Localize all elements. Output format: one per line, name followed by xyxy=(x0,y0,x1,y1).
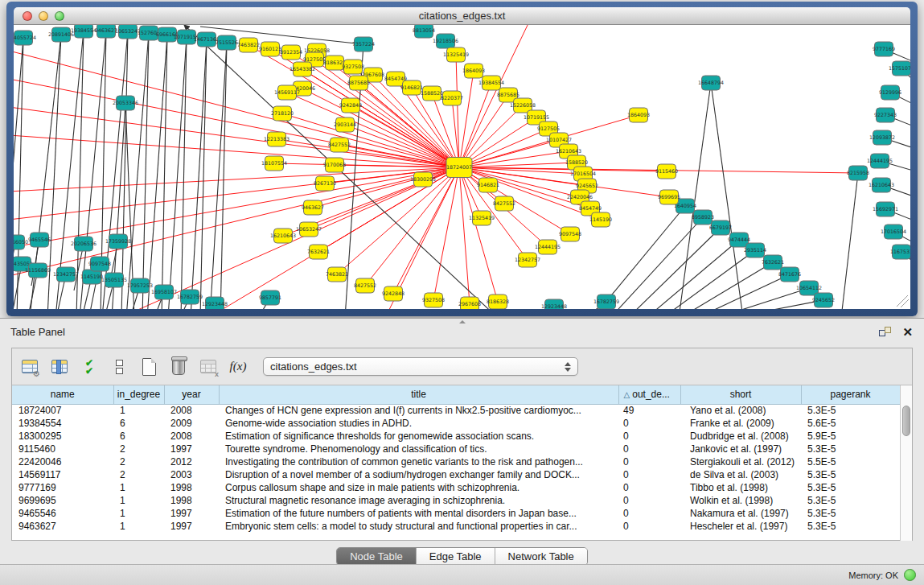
graph-node[interactable]: 1588520 xyxy=(421,86,443,101)
graph-node[interactable]: 9227343 xyxy=(874,108,897,122)
graph-node[interactable]: 12213383 xyxy=(264,132,290,146)
table-row[interactable]: 977716911998Corpus callosum shape and si… xyxy=(12,481,900,494)
graph-node[interactable]: 12923448 xyxy=(541,299,567,309)
graph-node[interactable]: 16782759 xyxy=(593,295,619,309)
scrollbar-thumb[interactable] xyxy=(902,406,910,436)
graph-node[interactable]: 8958923 xyxy=(692,210,714,225)
graph-node[interactable]: 9242848 xyxy=(339,98,362,113)
column-header[interactable]: year xyxy=(164,385,219,404)
table-source-dropdown[interactable]: citations_edges.txt xyxy=(263,357,578,376)
graph-node[interactable]: 1864093 xyxy=(462,64,485,78)
graph-node[interactable]: 2903144 xyxy=(334,117,356,132)
graph-node[interactable]: 2718120 xyxy=(271,106,294,121)
memory-ok-indicator[interactable] xyxy=(904,569,916,581)
graph-node[interactable]: 12342757 xyxy=(53,267,79,282)
graph-node[interactable]: 9097548 xyxy=(88,257,111,271)
tab-edge-table[interactable]: Edge Table xyxy=(416,548,495,565)
graph-node[interactable]: 9097548 xyxy=(559,227,581,241)
graph-node[interactable]: 11325419 xyxy=(469,211,495,225)
graph-node[interactable]: 15751074 xyxy=(889,61,910,76)
table-scrollbar[interactable] xyxy=(900,385,912,541)
graph-node[interactable]: 9146821 xyxy=(477,178,499,192)
graph-node[interactable]: 7632621 xyxy=(307,245,330,259)
tab-node-table[interactable]: Node Table xyxy=(337,548,416,565)
graph-node[interactable]: 18724007 xyxy=(446,158,472,178)
table-settings-button[interactable]: ⚙ xyxy=(20,357,39,377)
graph-node[interactable]: 1167533 xyxy=(890,245,910,259)
graph-node[interactable]: 8471676 xyxy=(778,267,801,282)
graph-node[interactable]: 8267130 xyxy=(314,176,336,191)
graph-node[interactable]: 1145190 xyxy=(589,212,612,227)
close-panel-icon[interactable]: ✕ xyxy=(902,326,913,338)
graph-node[interactable]: 9699695 xyxy=(658,190,680,204)
graph-node[interactable]: 20206536 xyxy=(71,237,97,251)
network-canvas[interactable]: 1405572420891406193845549463627106532471… xyxy=(14,25,910,309)
graph-node[interactable]: 8427552 xyxy=(354,278,376,293)
graph-node[interactable]: 7463822 xyxy=(326,267,348,282)
column-header[interactable]: title xyxy=(219,385,618,404)
table-row[interactable]: 946554611997Estimation of the future num… xyxy=(12,507,900,520)
graph-node[interactable]: 9463627 xyxy=(95,25,117,38)
column-header[interactable]: name xyxy=(12,385,113,404)
column-header[interactable]: short xyxy=(680,385,801,404)
graph-node[interactable]: 6679197 xyxy=(709,220,732,235)
graph-node[interactable]: 16958107 xyxy=(151,285,177,299)
graph-node[interactable]: 8427552 xyxy=(328,138,351,152)
graph-node[interactable]: 7357224 xyxy=(352,37,375,51)
column-header[interactable]: △out_de... xyxy=(618,385,680,404)
select-columns-button[interactable] xyxy=(50,357,69,377)
function-builder-button[interactable]: f(x) xyxy=(228,357,248,377)
graph-node[interactable]: 8215958 xyxy=(847,166,869,180)
graph-node[interactable]: 2967608 xyxy=(458,297,481,309)
graph-node[interactable]: 16648794 xyxy=(698,76,724,90)
graph-node[interactable]: 19218506 xyxy=(433,34,458,48)
graph-node[interactable]: 9160123 xyxy=(259,42,281,56)
graph-node[interactable]: 10653247 xyxy=(296,222,322,237)
graph-node[interactable]: 9465546 xyxy=(28,233,51,247)
graph-node[interactable]: 12923448 xyxy=(202,297,228,309)
graph-node[interactable]: 11156869 xyxy=(25,263,51,278)
graph-node[interactable]: 2935114 xyxy=(744,243,766,257)
table-row[interactable]: 1830029562008Estimation of significance … xyxy=(12,430,900,443)
graph-node[interactable]: 8186328 xyxy=(487,295,509,309)
graph-node[interactable]: 17359928 xyxy=(105,234,131,249)
graph-node[interactable]: 17016504 xyxy=(881,225,906,239)
graph-node[interactable]: 12444195 xyxy=(867,154,893,168)
graph-node[interactable]: 18300295 xyxy=(410,172,436,187)
graph-node[interactable]: 9327508 xyxy=(342,60,364,74)
graph-node[interactable]: 16782759 xyxy=(177,290,203,304)
graph-node[interactable]: 7463822 xyxy=(237,38,260,52)
graph-node[interactable]: 9146821 xyxy=(400,80,423,95)
graph-node[interactable]: 12444195 xyxy=(535,240,561,254)
table-row[interactable]: 1456911722003Disruption of a novel membe… xyxy=(12,468,900,481)
table-row[interactable]: 969969511998Structural magnetic resonanc… xyxy=(12,494,900,507)
graph-node[interactable]: 25266050 xyxy=(14,235,28,249)
graph-node[interactable]: 19384554 xyxy=(71,25,97,38)
graph-node[interactable]: 11325419 xyxy=(443,47,469,62)
graph-node[interactable]: 7515526 xyxy=(216,35,238,50)
graph-node[interactable]: 7632621 xyxy=(762,255,784,270)
graph-node[interactable]: 9115460 xyxy=(655,164,678,179)
row-selection-button[interactable] xyxy=(109,357,129,377)
graph-node[interactable]: 8912354 xyxy=(280,45,302,60)
import-table-button[interactable]: x xyxy=(199,357,218,377)
table-row[interactable]: 946362711997Embryonic stem cells: a mode… xyxy=(12,520,900,533)
graph-node[interactable]: 9129996 xyxy=(879,85,901,100)
graph-node[interactable]: 9857791 xyxy=(259,290,281,305)
graph-node[interactable]: 16543382 xyxy=(290,62,315,76)
create-column-button[interactable] xyxy=(139,357,158,377)
table-row[interactable]: 911546021997Tourette syndrome. Phenomeno… xyxy=(12,443,900,455)
graph-node[interactable]: 9463627 xyxy=(302,200,324,215)
graph-node[interactable]: 9245652 xyxy=(812,293,835,307)
graph-node[interactable]: 9242848 xyxy=(382,286,405,301)
window-titlebar[interactable]: citations_edges.txt xyxy=(14,7,910,25)
graph-node[interactable]: 1145190 xyxy=(80,270,103,284)
graph-node[interactable]: 9777169 xyxy=(873,42,895,56)
graph-node[interactable]: 8875685 xyxy=(347,76,370,90)
graph-node[interactable]: 12342757 xyxy=(515,253,540,267)
column-header[interactable]: pagerank xyxy=(801,385,900,404)
graph-node[interactable]: 16210643 xyxy=(270,229,296,243)
graph-node[interactable]: 9327508 xyxy=(422,293,445,307)
graph-node[interactable]: 18107554 xyxy=(261,156,287,171)
graph-node[interactable]: 8427552 xyxy=(493,196,515,211)
